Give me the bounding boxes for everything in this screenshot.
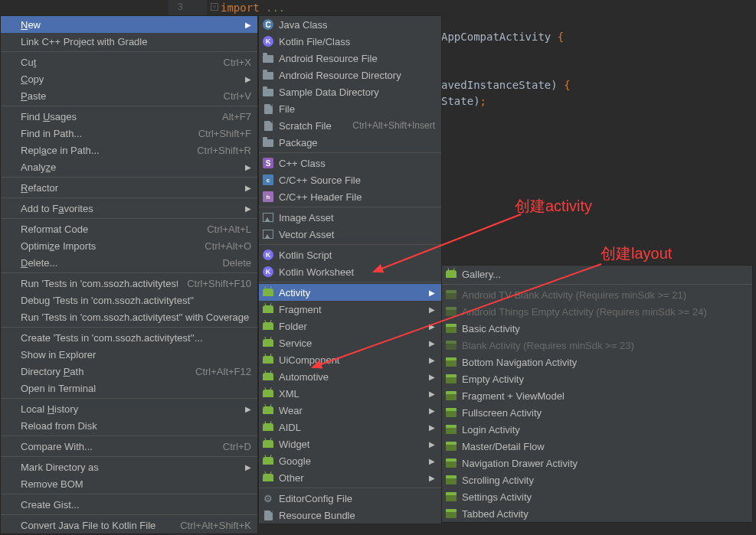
- menu-item-paste[interactable]: PasteCtrl+V: [1, 87, 257, 104]
- menu-item-convert-kotlin[interactable]: Convert Java File to Kotlin FileCtrl+Alt…: [1, 517, 257, 533]
- menu-item-wear[interactable]: Wear▶: [259, 402, 441, 419]
- menu-item-scrolling-activity[interactable]: Scrolling Activity: [442, 471, 752, 488]
- c-file-icon: c: [263, 175, 273, 185]
- menu-item-find-in-path[interactable]: Find in Path...Ctrl+Shift+F: [1, 125, 257, 142]
- menu-item-widget[interactable]: Widget▶: [259, 436, 441, 452]
- menu-item-settings-activity[interactable]: Settings Activity: [442, 488, 752, 505]
- menu-item-uicomponent[interactable]: UiComponent▶: [259, 351, 441, 368]
- menu-item-replace-in-path[interactable]: Replace in Path...Ctrl+Shift+R: [1, 142, 257, 158]
- menu-item-refactor[interactable]: Refactor▶: [1, 179, 257, 196]
- menu-separator: [259, 488, 441, 488]
- menu-item-c-source[interactable]: cC/C++ Source File: [259, 171, 441, 188]
- submenu-arrow-icon: ▶: [429, 339, 435, 347]
- menu-item-cut[interactable]: CutCtrl+X: [1, 54, 257, 70]
- menu-item-mark-directory[interactable]: Mark Directory as▶: [1, 458, 257, 475]
- android-icon: [263, 390, 273, 397]
- menu-item-login-activity[interactable]: Login Activity: [442, 421, 752, 438]
- submenu-arrow-icon: ▶: [429, 373, 435, 381]
- template-icon: [446, 374, 457, 383]
- template-icon: [446, 341, 457, 350]
- menu-item-link-cpp[interactable]: Link C++ Project with Gradle: [1, 33, 257, 50]
- folder-icon: [263, 139, 273, 147]
- menu-item-package[interactable]: Package: [259, 134, 441, 151]
- fold-icon[interactable]: +: [211, 3, 218, 11]
- menu-item-reformat[interactable]: Reformat CodeCtrl+Alt+L: [1, 220, 257, 237]
- submenu-new: CJava Class KKotlin File/Class Android R…: [258, 15, 442, 524]
- context-menu-primary: New ▶ Link C++ Project with Gradle CutCt…: [0, 15, 258, 534]
- menu-item-add-favorites[interactable]: Add to Favorites▶: [1, 200, 257, 217]
- menu-item-java-class[interactable]: CJava Class: [259, 16, 441, 33]
- line-number: 3: [178, 2, 183, 12]
- menu-item-editorconfig[interactable]: ⚙EditorConfig File: [259, 490, 441, 507]
- menu-item-analyze[interactable]: Analyze▶: [1, 158, 257, 175]
- menu-item-things-empty-activity: Android Things Empty Activity (Requires …: [442, 303, 752, 320]
- template-icon: [446, 357, 457, 367]
- menu-item-copy[interactable]: Copy▶: [1, 70, 257, 87]
- menu-item-sample-data[interactable]: Sample Data Directory: [259, 83, 441, 100]
- menu-item-empty-activity[interactable]: Empty Activity: [442, 370, 752, 387]
- menu-item-compare-with[interactable]: Compare With...Ctrl+D: [1, 438, 257, 455]
- menu-item-google[interactable]: Google▶: [259, 452, 441, 469]
- android-icon: [446, 270, 457, 278]
- menu-item-master-detail[interactable]: Master/Detail Flow: [442, 438, 752, 455]
- menu-item-xml[interactable]: XML▶: [259, 385, 441, 402]
- submenu-arrow-icon: ▶: [245, 463, 251, 471]
- android-icon: [263, 457, 273, 465]
- menu-separator: [1, 218, 257, 219]
- menu-item-optimize-imports[interactable]: Optimize ImportsCtrl+Alt+O: [1, 237, 257, 254]
- kotlin-icon: K: [263, 250, 273, 260]
- menu-item-kotlin-class[interactable]: KKotlin File/Class: [259, 33, 441, 50]
- menu-separator: [1, 106, 257, 106]
- menu-item-reload-disk[interactable]: Reload from Disk: [1, 417, 257, 434]
- menu-item-run-tests[interactable]: Run 'Tests in 'com.ssozh.activitytest''C…: [1, 275, 257, 292]
- android-icon: [263, 322, 273, 330]
- menu-item-aidl[interactable]: AIDL▶: [259, 419, 441, 436]
- menu-item-fullscreen-activity[interactable]: Fullscreen Activity: [442, 404, 752, 421]
- menu-item-cpp-class[interactable]: SC++ Class: [259, 155, 441, 171]
- template-icon: [446, 290, 457, 299]
- menu-new-rest: ew: [28, 19, 41, 31]
- menu-item-directory-path[interactable]: Directory PathCtrl+Alt+F12: [1, 363, 257, 380]
- import-ellipsis: ...: [266, 2, 285, 14]
- bundle-icon: [264, 511, 273, 520]
- menu-item-resource-bundle[interactable]: Resource Bundle: [259, 507, 441, 524]
- menu-item-show-explorer[interactable]: Show in Explorer: [1, 346, 257, 363]
- annotation-create-layout: 创建layout: [601, 243, 672, 264]
- menu-item-local-history[interactable]: Local History▶: [1, 400, 257, 417]
- kotlin-icon: K: [263, 36, 273, 47]
- menu-item-remove-bom[interactable]: Remove BOM: [1, 475, 257, 492]
- menu-item-android-resource-dir[interactable]: Android Resource Directory: [259, 67, 441, 83]
- menu-item-open-terminal[interactable]: Open in Terminal: [1, 380, 257, 396]
- menu-item-delete[interactable]: Delete...Delete: [1, 254, 257, 271]
- menu-item-create-gist[interactable]: Create Gist...: [1, 496, 257, 513]
- menu-item-debug-tests[interactable]: Debug 'Tests in 'com.ssozh.activitytest'…: [1, 292, 257, 308]
- menu-item-tabbed-activity[interactable]: Tabbed Activity: [442, 505, 752, 522]
- menu-item-service[interactable]: Service▶: [259, 334, 441, 351]
- menu-item-fragment[interactable]: Fragment▶: [259, 301, 441, 318]
- submenu-arrow-icon: ▶: [245, 184, 251, 192]
- menu-item-kotlin-script[interactable]: KKotlin Script: [259, 246, 441, 263]
- menu-item-android-resource-file[interactable]: Android Resource File: [259, 50, 441, 67]
- menu-item-vector-asset[interactable]: Vector Asset: [259, 226, 441, 243]
- menu-item-file[interactable]: File: [259, 100, 441, 117]
- menu-item-basic-activity[interactable]: Basic Activity: [442, 320, 752, 337]
- submenu-arrow-icon: ▶: [429, 457, 435, 465]
- menu-item-bottom-nav-activity[interactable]: Bottom Navigation Activity: [442, 354, 752, 370]
- menu-item-folder[interactable]: Folder▶: [259, 318, 441, 334]
- menu-item-gallery[interactable]: Gallery...: [442, 266, 752, 282]
- annotation-create-activity: 创建activity: [515, 196, 592, 217]
- menu-item-activity[interactable]: Activity▶: [259, 284, 441, 301]
- menu-item-create-tests[interactable]: Create 'Tests in 'com.ssozh.activitytest…: [1, 329, 257, 346]
- menu-item-kotlin-worksheet[interactable]: KKotlin Worksheet: [259, 263, 441, 280]
- menu-item-find-usages[interactable]: Find UsagesAlt+F7: [1, 108, 257, 125]
- menu-item-fragment-viewmodel[interactable]: Fragment + ViewModel: [442, 387, 752, 404]
- menu-item-scratch-file[interactable]: Scratch FileCtrl+Alt+Shift+Insert: [259, 117, 441, 134]
- menu-item-other[interactable]: Other▶: [259, 469, 441, 486]
- menu-item-run-coverage[interactable]: Run 'Tests in 'com.ssozh.activitytest'' …: [1, 308, 257, 325]
- menu-item-automotive[interactable]: Automotive▶: [259, 368, 441, 385]
- menu-item-image-asset[interactable]: Image Asset: [259, 209, 441, 226]
- menu-item-nav-drawer-activity[interactable]: Navigation Drawer Activity: [442, 455, 752, 471]
- menu-item-c-header[interactable]: hC/C++ Header File: [259, 188, 441, 205]
- submenu-arrow-icon: ▶: [245, 21, 251, 29]
- menu-item-new[interactable]: New ▶: [1, 16, 257, 33]
